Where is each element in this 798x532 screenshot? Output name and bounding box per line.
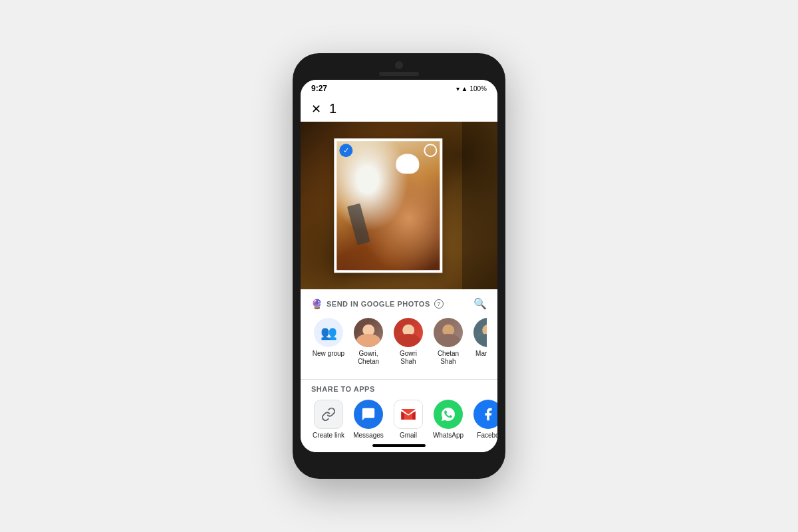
select-circle[interactable] [424,144,437,157]
help-icon[interactable]: ? [434,299,444,309]
person-avatar-1 [354,318,383,347]
contact-gowri-shah-avatar [394,318,423,347]
send-in-photos-row: 🔮 SEND IN GOOGLE PHOTOS ? 🔍 [311,297,487,310]
whatsapp-label: WhatsApp [433,432,464,439]
app-facebook[interactable]: Facebo [471,400,497,439]
photo-right-strip [462,122,497,289]
create-link-icon [314,400,343,429]
person-avatar-2 [394,318,423,347]
new-group-avatar: 👥 [314,318,343,347]
messages-label: Messages [353,432,384,439]
selected-photo[interactable]: ✓ [334,138,442,273]
signal-icon: ▲ [462,85,468,92]
send-in-photos-label: SEND IN GOOGLE PHOTOS [327,300,430,308]
app-messages[interactable]: Messages [351,400,386,439]
search-icon[interactable]: 🔍 [473,297,487,310]
whipped-cream [396,154,419,174]
fork [347,203,370,245]
body [356,334,380,347]
wifi-icon: ▾ [456,85,460,92]
share-to-apps-section: SHARE TO APPS Create link [301,379,497,439]
body [436,334,460,347]
google-photos-icon: 🔮 [311,299,323,309]
create-link-label: Create link [313,432,344,439]
share-to-apps-label: SHARE TO APPS [301,385,497,400]
facebook-icon [473,400,497,429]
gmail-label: Gmail [400,432,417,439]
app-create-link[interactable]: Create link [311,400,346,439]
share-section: 🔮 SEND IN GOOGLE PHOTOS ? 🔍 👥 New group [301,289,497,379]
phone-camera [395,61,403,69]
status-bar: 9:27 ▾ ▲ 100% [301,80,497,96]
contact-gowri-chetan-avatar [354,318,383,347]
contact-chetan-shah-avatar [434,318,463,347]
phone-screen: 9:27 ▾ ▲ 100% ✕ 1 ✓ [301,80,497,452]
bottom-sheet: 🔮 SEND IN GOOGLE PHOTOS ? 🔍 👥 New group [301,289,497,452]
status-icons: ▾ ▲ 100% [456,85,487,92]
app-gmail[interactable]: Gmail [391,400,426,439]
send-in-photos-left: 🔮 SEND IN GOOGLE PHOTOS ? [311,299,444,309]
phone-bottom [301,452,497,460]
person-avatar-4 [473,318,487,347]
phone-speaker [379,72,419,76]
phone-frame: 9:27 ▾ ▲ 100% ✕ 1 ✓ [293,53,505,479]
contact-new-group-label: New group [313,350,344,358]
app-whatsapp[interactable]: WhatsApp [431,400,466,439]
body [396,334,420,347]
selected-check: ✓ [339,144,352,157]
apps-row: Create link Messages [301,400,497,439]
person-avatar-3 [434,318,463,347]
messages-icon [354,400,383,429]
contact-chetan-shah[interactable]: Chetan Shah [431,318,466,366]
new-group-icon: 👥 [321,325,337,340]
contact-mark-label: Mark Ch [475,350,487,358]
close-icon[interactable]: ✕ [311,102,321,116]
contact-gowri-shah-label: Gowri Shah [391,350,426,366]
contact-chetan-shah-label: Chetan Shah [431,350,466,366]
photo-area[interactable]: ✓ [301,122,497,289]
contact-mark-c[interactable]: Mark Ch [471,318,487,366]
battery-icon: 100% [469,85,487,92]
top-bar: ✕ 1 [301,96,497,122]
contact-new-group[interactable]: 👥 New group [311,318,346,366]
whatsapp-icon [434,400,463,429]
photo-inner [336,141,440,270]
home-bar [372,444,426,447]
contact-mark-avatar [473,318,487,347]
facebook-label: Facebo [477,432,497,439]
gmail-icon [394,400,423,429]
contact-gowri-shah[interactable]: Gowri Shah [391,318,426,366]
body [476,334,487,347]
contacts-row: 👥 New group Gowri,Chetan [311,318,487,366]
contact-gowri-chetan[interactable]: Gowri,Chetan [351,318,386,366]
status-time: 9:27 [311,84,327,93]
selection-count: 1 [329,101,336,116]
contact-gowri-chetan-label: Gowri,Chetan [358,350,379,366]
